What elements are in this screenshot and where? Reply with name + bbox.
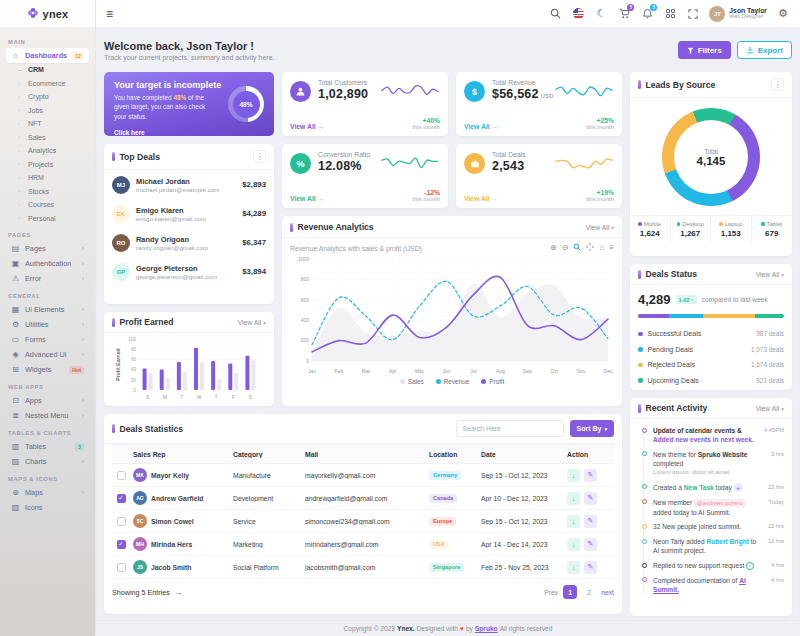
top-deal-row[interactable]: GPGeorge Pietersongeorge.pieterson@gmail… (104, 257, 274, 286)
sidebar-item-pages[interactable]: ▤Pages› (6, 241, 89, 256)
sidebar-subitem-personal[interactable]: ◦Personal (6, 212, 89, 226)
footer-designer-link[interactable]: Spruko (475, 625, 498, 632)
download-button[interactable]: ↓ (567, 538, 580, 551)
sidebar-item-utilities[interactable]: ⚙Utilities› (6, 317, 89, 332)
menu-toggle-icon[interactable]: ≡ (106, 8, 113, 20)
target-click-here-link[interactable]: Click here (114, 129, 145, 136)
sidebar-subitem-courses[interactable]: ◦Courses (6, 198, 89, 212)
table-search-input[interactable] (456, 420, 564, 437)
sidebar-subitem-stocks[interactable]: ◦Stocks (6, 185, 89, 199)
settings-gear-icon[interactable]: ⚙ (776, 7, 790, 21)
stat-view-all-link[interactable]: View All → (464, 123, 498, 130)
sidebar-item-widgets[interactable]: ⊞WidgetsHot (6, 362, 89, 377)
sidebar-subitem-sales[interactable]: ◦Sales (6, 131, 89, 145)
cell-location: Singapore (426, 563, 478, 572)
row-checkbox[interactable] (117, 563, 126, 572)
sidebar-item-advanced-ui[interactable]: ◈Advanced Ui› (6, 347, 89, 362)
table-row[interactable]: MKMayor KellyManufacturemayorkelly@gmail… (112, 464, 614, 487)
sidebar-item-dashboards[interactable]: ⌂Dashboards12 (6, 48, 89, 63)
download-button[interactable]: ↓ (567, 515, 580, 528)
table-row[interactable]: ✓MHMirinda HersMarketingmirindahers@gmai… (112, 533, 614, 556)
sidebar-subitem-ecommerce[interactable]: ◦Ecommerce (6, 77, 89, 91)
sidebar-item-icons[interactable]: ▧Icons (6, 500, 89, 515)
edit-button[interactable]: ✎ (584, 492, 597, 505)
pan-icon[interactable] (586, 243, 594, 253)
recent-activity-view-all[interactable]: View All ▾ (756, 405, 784, 412)
sidebar-subitem-analytics[interactable]: ◦Analytics (6, 144, 89, 158)
sidebar-item-forms[interactable]: ▭Forms› (6, 332, 89, 347)
top-deal-row[interactable]: MJMichael Jordanmichael.jordan@example.c… (104, 170, 274, 199)
language-flag-icon[interactable] (571, 7, 585, 21)
sidebar-item-authentication[interactable]: ▣Authentication› (6, 256, 89, 271)
row-checkbox[interactable]: ✓ (117, 540, 126, 549)
top-deal-row[interactable]: EKEmigo Kiarenemigo.kiaren@gmail.com$4,2… (104, 199, 274, 228)
brand-logo[interactable]: ynex (0, 0, 95, 28)
row-checkbox[interactable] (117, 517, 126, 526)
row-checkbox[interactable]: ✓ (117, 494, 126, 503)
apps-grid-icon[interactable] (663, 7, 677, 21)
sidebar-item-charts[interactable]: ▨Charts› (6, 454, 89, 469)
pagination-page-1[interactable]: 1 (563, 585, 577, 599)
filters-button[interactable]: Filters (678, 41, 731, 59)
activity-link[interactable]: Added new events in next week. (653, 436, 754, 443)
profit-earned-view-all[interactable]: View All ▾ (238, 319, 266, 326)
download-button[interactable]: ↓ (567, 492, 580, 505)
export-button[interactable]: Export (737, 41, 792, 59)
edit-button[interactable]: ✎ (584, 515, 597, 528)
sidebar-item-ui-elements[interactable]: ▦Ui Elements› (6, 302, 89, 317)
search-icon[interactable] (548, 7, 562, 21)
activity-link[interactable]: Robert Bright (706, 538, 749, 545)
chevron-right-icon: › (82, 260, 84, 267)
edit-button[interactable]: ✎ (584, 469, 597, 482)
reset-home-icon[interactable]: ⌂ (599, 244, 604, 252)
fullscreen-icon[interactable] (686, 7, 700, 21)
sidebar-item-error[interactable]: ⚠Error› (6, 271, 89, 286)
zoom-out-icon[interactable]: ⊖ (562, 244, 569, 252)
pagination-page-2[interactable]: 2 (582, 585, 596, 599)
download-button[interactable]: ↓ (567, 469, 580, 482)
brand-flower-icon (27, 5, 39, 23)
sidebar-item-tables[interactable]: ▥Tables3 (6, 439, 89, 454)
table-row[interactable]: ✓AGAndrew GarfieldDevelopmentandrewgarfi… (112, 487, 614, 510)
dark-mode-icon[interactable]: ☾ (594, 7, 608, 21)
deals-status-view-all[interactable]: View All ▾ (756, 271, 784, 278)
top-deals-menu-icon[interactable]: ⋮ (253, 150, 266, 163)
sort-by-button[interactable]: Sort By▾ (570, 420, 614, 437)
sidebar-subitem-nft[interactable]: ◦NFT (6, 117, 89, 131)
table-row[interactable]: SCSimon CowelServicesimoncowel234@gmail.… (112, 510, 614, 533)
pagination-next[interactable]: next (601, 589, 614, 596)
cell-category: Marketing (230, 541, 302, 548)
stat-sparkline (554, 81, 614, 103)
notifications-icon[interactable]: 5 (640, 7, 654, 21)
stat-view-all-link[interactable]: View All → (290, 123, 324, 130)
icons-icon: ▧ (11, 503, 20, 512)
sidebar-subitem-crm[interactable]: –CRM (6, 63, 89, 77)
edit-button[interactable]: ✎ (584, 561, 597, 574)
sidebar-subitem-projects[interactable]: ◦Projects (6, 158, 89, 172)
activity-timeline: 4:45PMUpdate of calendar events & Added … (643, 426, 784, 594)
revenue-analytics-view-all[interactable]: View All ▾ (586, 224, 614, 231)
row-checkbox[interactable] (117, 471, 126, 480)
table-row[interactable]: JSJacob SmithSocial Platformjacobsmith@g… (112, 556, 614, 579)
sidebar-subitem-crypto[interactable]: ◦Crypto (6, 90, 89, 104)
chart-menu-icon[interactable]: ≡ (609, 244, 614, 252)
sidebar-item-maps[interactable]: ⊕Maps› (6, 485, 89, 500)
pagination-prev[interactable]: Prev (544, 589, 558, 596)
stat-view-all-link[interactable]: View All → (464, 195, 498, 202)
stat-view-all-link[interactable]: View All → (290, 195, 324, 202)
leads-menu-icon[interactable]: ⋮ (771, 78, 784, 91)
bullet-icon: – (18, 67, 24, 73)
sidebar-subitem-jobs[interactable]: ◦Jobs (6, 104, 89, 118)
activity-link[interactable]: New Task (684, 484, 714, 491)
zoom-in-icon[interactable]: ⊕ (550, 244, 557, 252)
sidebar-item-nested-menu[interactable]: ≣Nested Menu› (6, 408, 89, 423)
top-deal-row[interactable]: RORandy Origoanrandy.origoan@gmail.com$6… (104, 228, 274, 257)
sidebar-item-apps[interactable]: ⊡Apps› (6, 393, 89, 408)
cart-icon[interactable]: 5 (617, 7, 631, 21)
selection-zoom-icon[interactable] (573, 243, 581, 253)
stat-card-conversion-ratio: %Conversion Ratio12.08%View All →-12%thi… (282, 144, 448, 208)
user-menu[interactable]: JT Json Taylor Web Designer (709, 6, 767, 22)
edit-button[interactable]: ✎ (584, 538, 597, 551)
sidebar-subitem-hrm[interactable]: ◦HRM (6, 171, 89, 185)
download-button[interactable]: ↓ (567, 561, 580, 574)
